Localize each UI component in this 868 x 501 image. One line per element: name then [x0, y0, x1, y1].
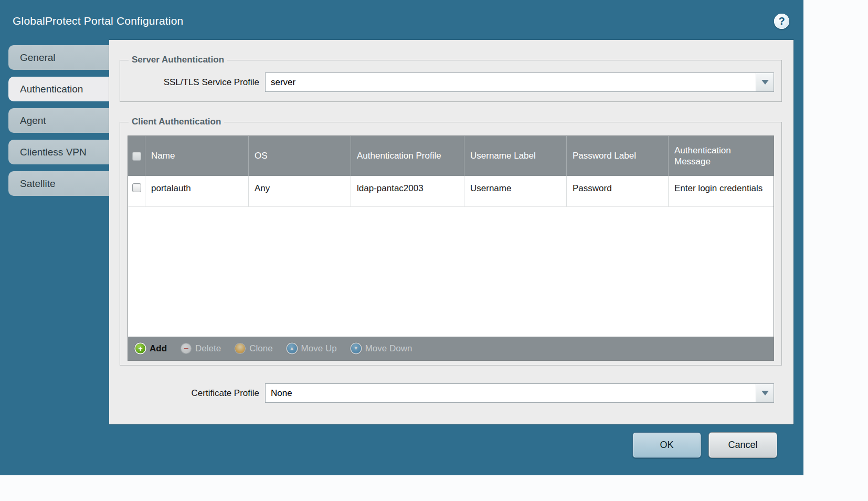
- move-up-icon: ▲: [287, 343, 297, 353]
- move-up-button[interactable]: ▲ Move Up: [287, 343, 337, 354]
- select-all-checkbox[interactable]: [132, 152, 141, 161]
- move-up-label: Move Up: [301, 343, 337, 354]
- ok-button[interactable]: OK: [632, 432, 701, 458]
- add-label: Add: [150, 343, 167, 354]
- add-button[interactable]: + Add: [135, 343, 167, 354]
- table-row[interactable]: portalauth Any ldap-pantac2003 Username …: [128, 176, 774, 207]
- server-authentication-section: Server Authentication SSL/TLS Service Pr…: [120, 55, 782, 102]
- certificate-profile-row: Certificate Profile None: [120, 383, 782, 403]
- row-checkbox[interactable]: [132, 183, 141, 192]
- cell-password-label[interactable]: Password: [567, 176, 669, 207]
- delete-button[interactable]: − Delete: [181, 343, 221, 354]
- move-down-label: Move Down: [365, 343, 412, 354]
- delete-icon: −: [181, 343, 191, 353]
- tab-general[interactable]: General: [8, 45, 109, 70]
- sidebar-tabs: General Authentication Agent Clientless …: [8, 45, 109, 203]
- chevron-down-icon[interactable]: [756, 384, 774, 402]
- cancel-button[interactable]: Cancel: [708, 432, 777, 458]
- tab-agent[interactable]: Agent: [8, 108, 109, 133]
- clone-label: Clone: [249, 343, 272, 354]
- certificate-profile-select[interactable]: None: [265, 383, 774, 403]
- tab-authentication[interactable]: Authentication: [8, 77, 109, 101]
- help-glyph: ?: [778, 15, 785, 27]
- tab-clientless-vpn[interactable]: Clientless VPN: [8, 140, 109, 164]
- select-all-cell: [128, 136, 145, 176]
- column-header-authentication-profile[interactable]: Authentication Profile: [351, 136, 464, 176]
- dialog-title: GlobalProtect Portal Configuration: [13, 15, 183, 27]
- column-header-username-label[interactable]: Username Label: [464, 136, 567, 176]
- globalprotect-portal-dialog: GlobalProtect Portal Configuration ? Gen…: [0, 0, 803, 475]
- cell-authentication-message[interactable]: Enter login credentials: [669, 176, 774, 207]
- row-checkbox-cell: [128, 176, 145, 207]
- content-panel: Server Authentication SSL/TLS Service Pr…: [109, 40, 793, 424]
- add-icon: +: [135, 343, 145, 353]
- cell-name[interactable]: portalauth: [145, 176, 249, 207]
- client-auth-table: Name OS Authentication Profile Username …: [128, 135, 774, 361]
- server-authentication-legend: Server Authentication: [129, 55, 227, 65]
- client-authentication-legend: Client Authentication: [129, 117, 224, 127]
- certificate-profile-label: Certificate Profile: [128, 388, 265, 399]
- tab-satellite[interactable]: Satellite: [8, 171, 109, 196]
- ssl-tls-profile-value: server: [271, 77, 295, 88]
- column-header-password-label[interactable]: Password Label: [567, 136, 669, 176]
- dialog-title-bar: GlobalProtect Portal Configuration ?: [0, 0, 803, 40]
- column-header-authentication-message[interactable]: Authentication Message: [669, 136, 774, 176]
- table-toolbar: + Add − Delete Clone ▲ Move Up: [128, 337, 774, 360]
- table-body: portalauth Any ldap-pantac2003 Username …: [128, 176, 774, 337]
- certificate-profile-value: None: [271, 388, 292, 399]
- client-authentication-section: Client Authentication Name OS Authentica…: [120, 117, 782, 366]
- move-down-icon: ▼: [351, 343, 361, 353]
- table-header-row: Name OS Authentication Profile Username …: [128, 136, 774, 176]
- delete-label: Delete: [195, 343, 221, 354]
- ssl-tls-profile-row: SSL/TLS Service Profile server: [128, 72, 774, 92]
- column-header-os[interactable]: OS: [249, 136, 351, 176]
- ssl-tls-profile-label: SSL/TLS Service Profile: [128, 77, 265, 88]
- chevron-down-icon[interactable]: [756, 73, 774, 91]
- ssl-tls-profile-select[interactable]: server: [265, 72, 774, 92]
- clone-icon: [235, 343, 245, 353]
- cell-authentication-profile[interactable]: ldap-pantac2003: [351, 176, 464, 207]
- cell-os[interactable]: Any: [249, 176, 351, 207]
- clone-button[interactable]: Clone: [235, 343, 272, 354]
- cell-username-label[interactable]: Username: [464, 176, 567, 207]
- column-header-name[interactable]: Name: [145, 136, 249, 176]
- help-icon[interactable]: ?: [774, 14, 789, 29]
- move-down-button[interactable]: ▼ Move Down: [351, 343, 412, 354]
